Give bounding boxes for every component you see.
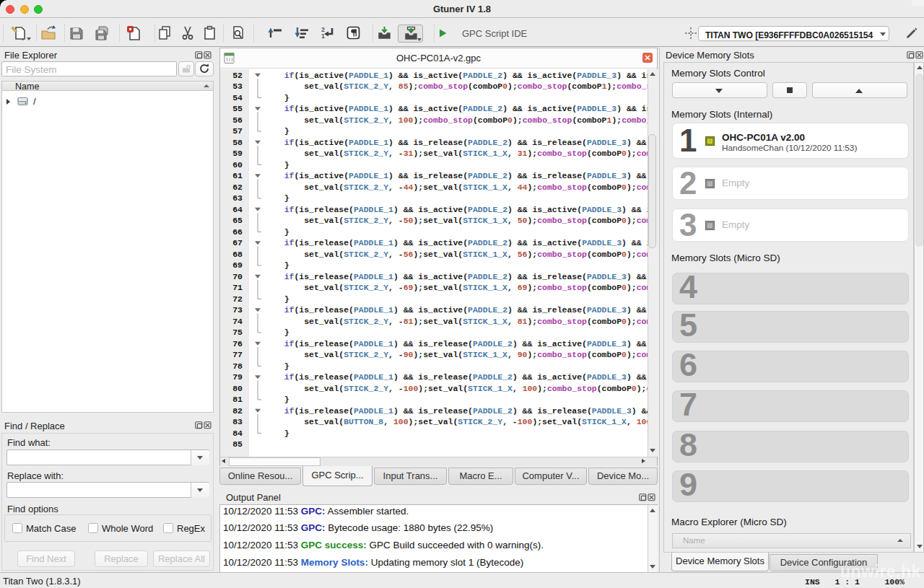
- svg-text:1: 1: [321, 32, 325, 40]
